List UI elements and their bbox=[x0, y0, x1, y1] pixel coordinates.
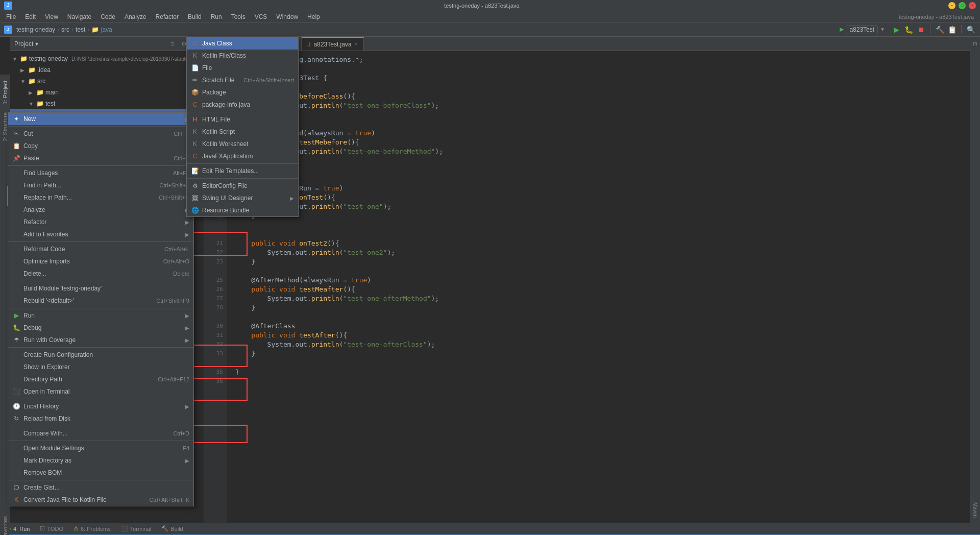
run-config-name[interactable]: a823Test bbox=[846, 25, 878, 34]
ctx-item-reload[interactable]: ↻ Reload from Disk bbox=[8, 412, 193, 425]
ctx-item-build-module[interactable]: Build Module 'testng-oneday' bbox=[8, 282, 193, 295]
ctx-item-analyze[interactable]: Analyze ▶ bbox=[8, 204, 193, 216]
code-line: System.out.println("test-one-beforeClass… bbox=[235, 101, 972, 110]
ctx-item-cut[interactable]: ✂ Cut Ctrl+X bbox=[8, 128, 193, 140]
sub-item-java-class[interactable]: C Java Class bbox=[187, 37, 298, 50]
ctx-item-run[interactable]: ▶ Run ▶ bbox=[8, 309, 193, 322]
ctx-item-rebuild[interactable]: Rebuild '<default>' Ctrl+Shift+F9 bbox=[8, 295, 193, 307]
ctx-item-create-gist[interactable]: Create Gist... bbox=[8, 481, 193, 494]
dir-path-icon bbox=[12, 375, 20, 383]
ctx-item-refactor[interactable]: Refactor ▶ bbox=[8, 216, 193, 228]
ctx-build-module-label: Build Module 'testng-oneday' bbox=[23, 285, 102, 292]
menu-edit[interactable]: Edit bbox=[21, 12, 40, 21]
sub-item-file[interactable]: 📄 File bbox=[187, 62, 298, 74]
menu-help[interactable]: Help bbox=[303, 12, 324, 21]
ctx-item-compare-with[interactable]: Compare With... Ctrl+D bbox=[8, 427, 193, 440]
terminal-tab[interactable]: ⬛ Terminal bbox=[118, 523, 155, 534]
favorites-tab-vertical[interactable]: 2: Favorites bbox=[1, 512, 9, 535]
tree-item-idea[interactable]: ▶ 📁 .idea bbox=[10, 64, 204, 76]
right-tab-maven[interactable]: Maven bbox=[972, 502, 978, 519]
menu-navigate[interactable]: Navigate bbox=[63, 12, 95, 21]
test-folder-icon: 📁 bbox=[36, 100, 44, 107]
code-content[interactable]: import org.testng.annotations.*; public … bbox=[227, 51, 980, 523]
ctx-item-run-coverage[interactable]: ☂ Run with Coverage ▶ bbox=[8, 334, 193, 346]
ctx-item-find-usages[interactable]: Find Usages Alt+F7 bbox=[8, 167, 193, 179]
bookmark-button[interactable]: 📋 bbox=[947, 25, 957, 35]
sub-item-swing[interactable]: 🖼 Swing UI Designer ▶ bbox=[187, 192, 298, 204]
ctx-item-module-settings[interactable]: Open Module Settings F4 bbox=[8, 442, 193, 454]
ctx-debug-label: Debug bbox=[23, 324, 41, 331]
todo-tab-icon: ☑ bbox=[40, 525, 45, 532]
a823-tab-close[interactable]: × bbox=[355, 41, 358, 47]
sub-item-package[interactable]: 📦 Package bbox=[187, 86, 298, 99]
run-toolbar: J testng-oneday › src › test › 📁 java ▶ … bbox=[0, 22, 980, 37]
menu-tools[interactable]: Tools bbox=[227, 12, 250, 21]
menu-file[interactable]: File bbox=[2, 12, 20, 21]
ctx-item-local-history[interactable]: 🕐 Local History ▶ bbox=[8, 400, 193, 412]
menu-refactor[interactable]: Refactor bbox=[152, 12, 183, 21]
ctx-item-create-run-config[interactable]: Create Run Configuration bbox=[8, 349, 193, 361]
close-button[interactable]: × bbox=[969, 2, 976, 9]
sub-item-resource-bundle[interactable]: 🌐 Resource Bundle bbox=[187, 204, 298, 216]
search-everywhere-button[interactable]: 🔍 bbox=[966, 25, 976, 35]
run-button[interactable]: ▶ bbox=[891, 25, 901, 35]
sub-item-scratch[interactable]: ✏ Scratch File Ctrl+Alt+Shift+Insert bbox=[187, 74, 298, 86]
menu-analyze[interactable]: Analyze bbox=[120, 12, 151, 21]
menu-vcs[interactable]: VCS bbox=[251, 12, 272, 21]
ctx-item-copy[interactable]: 📋 Copy bbox=[8, 140, 193, 152]
sub-html-label: HTML File bbox=[202, 116, 230, 123]
sub-item-package-info[interactable]: C package-info.java bbox=[187, 99, 298, 111]
debug-button[interactable]: 🐛 bbox=[903, 25, 914, 35]
maximize-button[interactable]: □ bbox=[959, 2, 966, 9]
menu-view[interactable]: View bbox=[41, 12, 62, 21]
build-button[interactable]: 🔨 bbox=[935, 25, 945, 35]
stop-button[interactable]: ⏹ bbox=[916, 25, 926, 35]
ctx-item-new[interactable]: ✦ New ▶ bbox=[8, 113, 193, 125]
project-icon: J bbox=[4, 26, 12, 34]
right-tab-1[interactable]: m bbox=[973, 41, 977, 46]
ctx-item-show-explorer[interactable]: Show in Explorer bbox=[8, 361, 193, 373]
ctx-item-find-in-path[interactable]: Find in Path... Ctrl+Shift+F bbox=[8, 179, 193, 191]
ctx-mark-dir-label: Mark Directory as bbox=[23, 457, 71, 464]
ctx-item-paste[interactable]: 📌 Paste Ctrl+V bbox=[8, 152, 193, 164]
menu-code[interactable]: Code bbox=[96, 12, 119, 21]
ctx-item-mark-directory[interactable]: Mark Directory as ▶ bbox=[8, 454, 193, 467]
submenu-new: C Java Class K Kotlin File/Class 📄 File … bbox=[186, 37, 299, 217]
ctx-item-open-terminal[interactable]: ⬛ Open in Terminal bbox=[8, 385, 193, 398]
ctx-item-debug[interactable]: 🐛 Debug ▶ bbox=[8, 322, 193, 334]
collapse-all-button[interactable]: ≡ bbox=[168, 39, 177, 48]
build-tab[interactable]: 🔨 Build bbox=[158, 523, 186, 534]
tree-item-root[interactable]: ▼ 📁 testng-oneday D:\NSF\demo\nsf-sample… bbox=[10, 53, 204, 64]
project-tab-vertical[interactable]: 1: Project bbox=[1, 77, 9, 108]
sub-item-kotlin-worksheet[interactable]: K Kotlin Worksheet bbox=[187, 138, 298, 150]
sub-item-javafx[interactable]: C JavaFXApplication bbox=[187, 150, 298, 162]
menu-run[interactable]: Run bbox=[207, 12, 226, 21]
ctx-item-reformat[interactable]: Reformat Code Ctrl+Alt+L bbox=[8, 243, 193, 255]
tree-item-main[interactable]: ▶ 📁 main bbox=[10, 87, 204, 98]
tab-a823test[interactable]: J a823Test.java × bbox=[302, 37, 364, 51]
ctx-item-optimize-imports[interactable]: Optimize Imports Ctrl+Alt+O bbox=[8, 255, 193, 268]
sub-item-editorconfig[interactable]: ⚙ EditorConfig File bbox=[187, 180, 298, 192]
ctx-item-remove-bom[interactable]: Remove BOM bbox=[8, 467, 193, 479]
menu-window[interactable]: Window bbox=[272, 12, 302, 21]
tree-item-src[interactable]: ▼ 📁 src bbox=[10, 76, 204, 87]
ctx-show-explorer-label: Show in Explorer bbox=[23, 363, 70, 371]
ctx-item-delete[interactable]: Delete... Delete bbox=[8, 268, 193, 280]
sub-item-html[interactable]: H HTML File bbox=[187, 113, 298, 126]
menu-build[interactable]: Build bbox=[184, 12, 206, 21]
run-config-dropdown[interactable]: ▼ bbox=[880, 27, 885, 32]
problems-tab[interactable]: ⚠ 6: Problems bbox=[70, 523, 114, 534]
sub-item-kotlin-script[interactable]: K Kotlin Script bbox=[187, 126, 298, 138]
tree-item-test[interactable]: ▼ 📁 test bbox=[10, 98, 204, 109]
ctx-item-replace-in-path[interactable]: Replace in Path... Ctrl+Shift+R bbox=[8, 191, 193, 204]
terminal-tab-label: Terminal bbox=[130, 526, 152, 532]
ctx-item-convert-kotlin[interactable]: K Convert Java File to Kotlin File Ctrl+… bbox=[8, 494, 193, 506]
ctx-item-add-favorites[interactable]: Add to Favorites ▶ bbox=[8, 228, 193, 240]
minimize-button[interactable]: − bbox=[948, 2, 955, 9]
sub-item-edit-templates[interactable]: 📝 Edit File Templates... bbox=[187, 165, 298, 177]
sub-item-kotlin-file[interactable]: K Kotlin File/Class bbox=[187, 50, 298, 62]
todo-tab[interactable]: ☑ TODO bbox=[37, 523, 66, 534]
ctx-item-directory-path[interactable]: Directory Path Ctrl+Alt+F12 bbox=[8, 373, 193, 385]
ctx-separator-7 bbox=[8, 399, 193, 399]
replace-shortcut: Ctrl+Shift+R bbox=[159, 194, 189, 201]
